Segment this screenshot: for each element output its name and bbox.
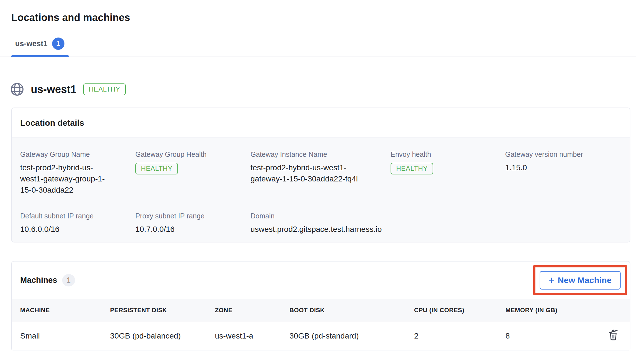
cell-cpu: 2 (414, 321, 505, 351)
field-domain: Domain uswest.prod2.gitspace.test.harnes… (250, 212, 391, 235)
field-proxy-subnet: Proxy subnet IP range 10.7.0.0/16 (135, 212, 250, 235)
trash-icon (607, 328, 620, 342)
field-value: 10.7.0.0/16 (135, 224, 250, 235)
globe-icon (10, 82, 24, 96)
plus-icon: + (549, 275, 554, 285)
active-tab-underline (11, 55, 69, 57)
location-details-header: Location details (12, 108, 630, 138)
field-label: Envoy health (391, 150, 505, 159)
field-gateway-version: Gateway version number 1.15.0 (505, 150, 621, 196)
new-machine-label: New Machine (558, 276, 612, 285)
page-title: Locations and machines (11, 12, 636, 24)
field-label: Gateway Group Health (135, 150, 250, 159)
field-gateway-group-health: Gateway Group Health HEALTHY (135, 150, 250, 196)
field-value: uswest.prod2.gitspace.test.harness.io (250, 224, 391, 235)
cell-boot-disk: 30GB (pd-standard) (289, 321, 414, 351)
location-details-row-2: Default subnet IP range 10.6.0.0/16 Prox… (20, 212, 621, 235)
field-label: Default subnet IP range (20, 212, 135, 220)
locations-and-machines-page: Locations and machines us-west1 1 us-wes… (0, 12, 636, 351)
location-details-title: Location details (20, 118, 84, 128)
tab-us-west1[interactable]: us-west1 1 (11, 38, 69, 57)
column-header-boot-disk: BOOT DISK (289, 299, 414, 321)
machines-count-badge: 1 (62, 274, 75, 286)
field-value: test-prod2-hybrid-us-west1-gateway-group… (20, 162, 115, 196)
field-default-subnet: Default subnet IP range 10.6.0.0/16 (20, 212, 135, 235)
column-header-memory: MEMORY (IN GB) (505, 299, 589, 321)
column-header-machine: MACHINE (12, 299, 110, 321)
tab-count-badge: 1 (52, 38, 64, 50)
location-details-card: Location details Gateway Group Name test… (11, 108, 630, 242)
column-header-persistent-disk: PERSISTENT DISK (110, 299, 215, 321)
field-label: Gateway Instance Name (250, 150, 391, 159)
cell-memory: 8 (505, 321, 589, 351)
table-header-row: MACHINE PERSISTENT DISK ZONE BOOT DISK C… (12, 299, 630, 321)
machine-table-row: Small 30GB (pd-balanced) us-west1-a 30GB… (12, 321, 630, 351)
machines-header: Machines 1 + New Machine (12, 262, 630, 299)
location-heading: us-west1 HEALTHY (10, 82, 636, 96)
tab-label: us-west1 (15, 39, 48, 48)
cell-machine: Small (12, 321, 110, 351)
location-tabs-bar: us-west1 1 (0, 38, 636, 57)
cell-persistent-disk: 30GB (pd-balanced) (110, 321, 215, 351)
machines-title: Machines (20, 276, 57, 285)
cell-zone: us-west1-a (215, 321, 289, 351)
field-label: Gateway Group Name (20, 150, 135, 159)
column-header-cpu: CPU (IN CORES) (414, 299, 505, 321)
field-value: 1.15.0 (505, 162, 621, 173)
field-envoy-health: Envoy health HEALTHY (391, 150, 505, 196)
location-details-row-1: Gateway Group Name test-prod2-hybrid-us-… (20, 150, 621, 196)
field-value: test-prod2-hybrid-us-west1-gateway-1-15-… (250, 162, 372, 185)
field-label: Gateway version number (505, 150, 621, 159)
location-details-body: Gateway Group Name test-prod2-hybrid-us-… (12, 138, 630, 242)
delete-machine-button[interactable] (607, 328, 620, 342)
field-label: Domain (250, 212, 391, 220)
machines-table: MACHINE PERSISTENT DISK ZONE BOOT DISK C… (12, 299, 630, 351)
field-value: 10.6.0.0/16 (20, 224, 135, 235)
new-machine-button[interactable]: + New Machine (540, 271, 621, 290)
field-gateway-group-name: Gateway Group Name test-prod2-hybrid-us-… (20, 150, 135, 196)
envoy-health-badge: HEALTHY (391, 163, 433, 174)
machines-card: Machines 1 + New Machine MACHINE PERSIST… (11, 261, 630, 351)
column-header-zone: ZONE (215, 299, 289, 321)
highlight-annotation: + New Machine (533, 265, 627, 295)
gateway-group-health-badge: HEALTHY (135, 163, 178, 174)
field-label: Proxy subnet IP range (135, 212, 250, 220)
field-gateway-instance-name: Gateway Instance Name test-prod2-hybrid-… (250, 150, 391, 196)
location-name: us-west1 (31, 83, 76, 95)
location-status-badge: HEALTHY (83, 83, 126, 95)
